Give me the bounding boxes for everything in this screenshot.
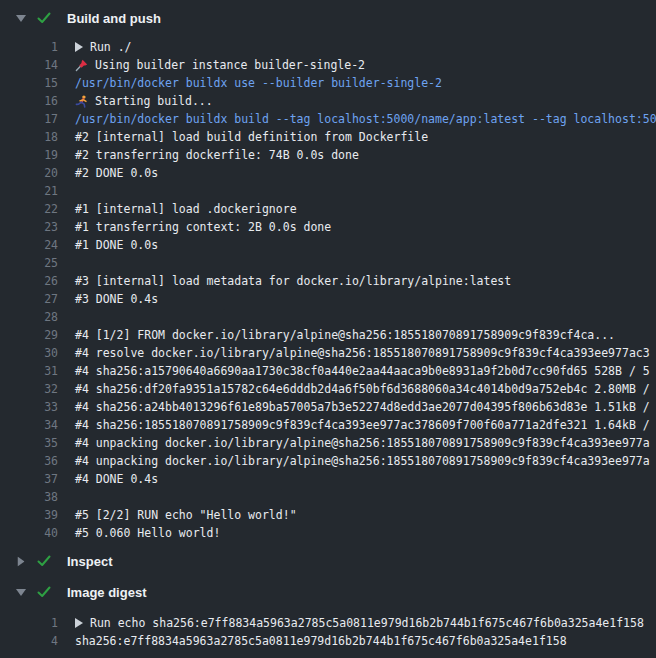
log-text: #4 [1/2] FROM docker.io/library/alpine@s… [75,326,615,344]
log-line-content: #4 unpacking docker.io/library/alpine@sh… [58,434,656,452]
log-group-header-image-digest[interactable]: Image digest [0,582,656,602]
check-icon [37,586,51,598]
log-line: 15 /usr/bin/docker buildx use --builder … [0,74,656,92]
chevron-right-icon[interactable] [15,556,26,566]
log-line-content: #4 unpacking docker.io/library/alpine@sh… [58,452,656,470]
log-text: #4 sha256:185518070891758909c9f839cf4ca3… [75,416,650,434]
log-line: 21 [0,182,656,200]
log-text: Run echo sha256:e7ff8834a5963a2785c5a081… [90,614,644,632]
line-number[interactable]: 26 [0,272,58,290]
log-line-content: /usr/bin/docker buildx build --tag local… [58,110,656,128]
line-number[interactable]: 21 [0,182,58,200]
line-number[interactable]: 36 [0,452,58,470]
log-line: 1 Run echo sha256:e7ff8834a5963a2785c5a0… [0,614,656,632]
log-line: 30 #4 resolve docker.io/library/alpine@s… [0,344,656,362]
log-line: 31 #4 sha256:a15790640a6690aa1730c38cf0a… [0,362,656,380]
log-text: #4 resolve docker.io/library/alpine@sha2… [75,344,650,362]
log-line: 40 #5 0.060 Hello world! [0,524,656,542]
log-group-header-build-and-push[interactable]: Build and push [0,8,656,28]
log-line-content: #4 sha256:185518070891758909c9f839cf4ca3… [58,416,656,434]
log-line-content: #4 sha256:a15790640a6690aa1730c38cf0a440… [58,362,656,380]
run-toggle-icon[interactable] [75,618,83,628]
log-line: 28 [0,308,656,326]
log-text: #4 sha256:a15790640a6690aa1730c38cf0a440… [75,362,650,380]
run-toggle-icon[interactable] [75,42,83,52]
log-text: #4 sha256:a24bb4013296f61e89ba57005a7b3e… [75,398,650,416]
log-lines: 1 Run ./ 14 Using builder instance build… [0,38,656,542]
log-line-content: #1 [internal] load .dockerignore [58,200,656,218]
log-text: Using builder instance builder-single-2 [95,56,365,74]
line-number[interactable]: 34 [0,416,58,434]
log-line: 17 /usr/bin/docker buildx build --tag lo… [0,110,656,128]
log-line-content: #1 transferring context: 2B 0.0s done [58,218,656,236]
log-line: 29 #4 [1/2] FROM docker.io/library/alpin… [0,326,656,344]
line-number[interactable]: 35 [0,434,58,452]
line-number[interactable]: 1 [0,38,58,56]
log-line: 19 #2 transferring dockerfile: 74B 0.0s … [0,146,656,164]
log-line: 32 #4 sha256:df20fa9351a15782c64e6dddb2d… [0,380,656,398]
line-number[interactable]: 4 [0,632,58,650]
line-number[interactable]: 16 [0,92,58,110]
log-line: 25 [0,254,656,272]
log-lines: 1 Run echo sha256:e7ff8834a5963a2785c5a0… [0,614,656,650]
line-number[interactable]: 18 [0,128,58,146]
line-number[interactable]: 24 [0,236,58,254]
line-number[interactable]: 27 [0,290,58,308]
log-text: #4 sha256:df20fa9351a15782c64e6dddb2d4a6… [75,380,650,398]
log-line-content: #2 [internal] load build definition from… [58,128,656,146]
pushpin-icon [75,59,88,72]
log-text: #4 DONE 0.4s [75,470,158,488]
line-number[interactable]: 32 [0,380,58,398]
line-number[interactable]: 1 [0,614,58,632]
line-number[interactable]: 29 [0,326,58,344]
log-line-content: Starting build... [58,92,656,110]
log-group-image-digest: Image digest 1 Run echo sha256:e7ff8834a… [0,582,656,650]
line-number[interactable]: 19 [0,146,58,164]
line-number[interactable]: 38 [0,488,58,506]
line-number[interactable]: 22 [0,200,58,218]
log-line: 33 #4 sha256:a24bb4013296f61e89ba57005a7… [0,398,656,416]
line-number[interactable]: 37 [0,470,58,488]
chevron-down-icon[interactable] [15,587,26,597]
line-number[interactable]: 17 [0,110,58,128]
line-number[interactable]: 15 [0,74,58,92]
log-line-content: #3 [internal] load metadata for docker.i… [58,272,656,290]
log-line: 23 #1 transferring context: 2B 0.0s done [0,218,656,236]
log-text: Starting build... [95,92,213,110]
log-line-content: Run ./ [58,38,656,56]
log-text: sha256:e7ff8834a5963a2785c5a0811e979d16b… [75,632,567,650]
log-group-inspect: Inspect [0,551,656,571]
line-number[interactable]: 28 [0,308,58,326]
log-text: #1 DONE 0.0s [75,236,158,254]
log-group-title: Image digest [67,585,146,600]
log-line: 4 sha256:e7ff8834a5963a2785c5a0811e979d1… [0,632,656,650]
check-icon [37,12,51,24]
line-number[interactable]: 20 [0,164,58,182]
log-line: 38 [0,488,656,506]
line-number[interactable]: 25 [0,254,58,272]
log-line: 35 #4 unpacking docker.io/library/alpine… [0,434,656,452]
workflow-log: Build and push 1 Run ./ 14 Using builder… [0,8,656,650]
chevron-down-icon[interactable] [15,13,26,23]
log-text: #3 DONE 0.4s [75,290,158,308]
log-text: #2 transferring dockerfile: 74B 0.0s don… [75,146,359,164]
log-group-header-inspect[interactable]: Inspect [0,551,656,571]
line-number[interactable]: 40 [0,524,58,542]
log-line: 36 #4 unpacking docker.io/library/alpine… [0,452,656,470]
log-line-content: sha256:e7ff8834a5963a2785c5a0811e979d16b… [58,632,656,650]
log-line-content: #2 DONE 0.0s [58,164,656,182]
line-number[interactable]: 14 [0,56,58,74]
line-number[interactable]: 31 [0,362,58,380]
line-number[interactable]: 23 [0,218,58,236]
log-line: 22 #1 [internal] load .dockerignore [0,200,656,218]
log-line: 34 #4 sha256:185518070891758909c9f839cf4… [0,416,656,434]
log-line: 18 #2 [internal] load build definition f… [0,128,656,146]
log-text: #4 unpacking docker.io/library/alpine@sh… [75,452,650,470]
line-number[interactable]: 33 [0,398,58,416]
line-number[interactable]: 39 [0,506,58,524]
log-group-build-and-push: Build and push 1 Run ./ 14 Using builder… [0,8,656,542]
log-text: Run ./ [90,38,132,56]
log-text: #3 [internal] load metadata for docker.i… [75,272,511,290]
log-line-content: #4 sha256:df20fa9351a15782c64e6dddb2d4a6… [58,380,656,398]
line-number[interactable]: 30 [0,344,58,362]
